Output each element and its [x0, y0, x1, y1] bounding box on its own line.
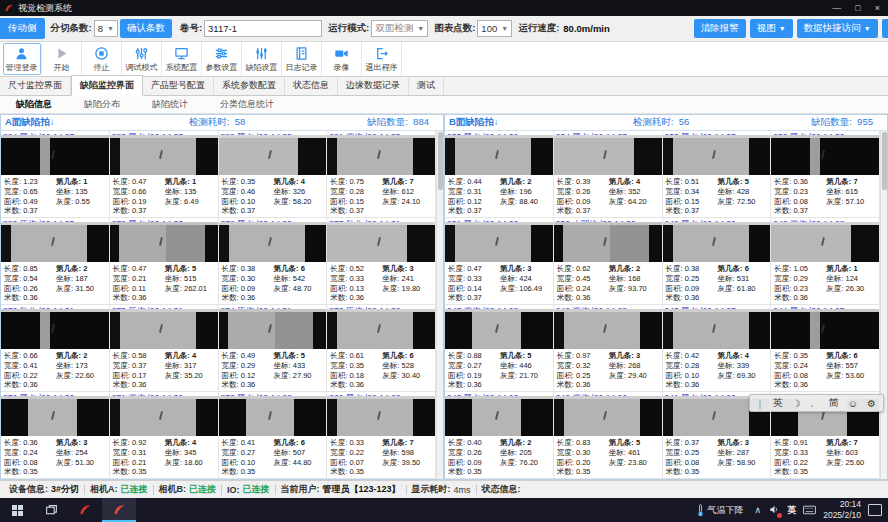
- close-button[interactable]: ×: [875, 3, 880, 13]
- defect-thumbnail[interactable]: [445, 222, 553, 262]
- tab-0[interactable]: 尺寸监控界面: [0, 76, 71, 95]
- tab-4[interactable]: 状态信息: [285, 76, 338, 95]
- defect-thumbnail[interactable]: [327, 396, 435, 436]
- defect-thumbnail[interactable]: [219, 222, 327, 262]
- tab-2[interactable]: 产品型号配置: [143, 76, 214, 95]
- defect-thumbnail[interactable]: [554, 222, 662, 262]
- slit-count-select[interactable]: 8▼: [94, 20, 118, 37]
- defect-thumbnail[interactable]: [1, 222, 109, 262]
- view-menu-button[interactable]: 视图▼: [750, 19, 793, 38]
- defect-thumbnail[interactable]: [445, 135, 553, 175]
- defect-thumbnail[interactable]: [219, 309, 327, 349]
- defect-thumbnail[interactable]: [219, 396, 327, 436]
- defect-thumbnail[interactable]: [554, 135, 662, 175]
- defect-cell-954[interactable]: 954 黑点 |20:14:37长度: 0.39第几条: 4宽度: 0.26坐标…: [554, 131, 663, 218]
- scrollbar-thumb[interactable]: [882, 132, 887, 190]
- roll-number-input[interactable]: [204, 20, 322, 37]
- taskbar-app-2-active[interactable]: [102, 498, 136, 522]
- defect-thumbnail[interactable]: [771, 309, 879, 349]
- toolbar-button-play[interactable]: 开始: [42, 42, 82, 76]
- drive-side-button[interactable]: 传动侧: [0, 18, 45, 39]
- defect-cell-873[interactable]: 873 压伤 |20:14:30长度: 0.61第几条: 6宽度: 0.35坐标…: [327, 305, 436, 392]
- chart-points-select[interactable]: 100▼: [477, 20, 512, 37]
- defect-cell-877[interactable]: 877 氧化 |20:14:31长度: 0.52第几条: 3宽度: 0.33坐标…: [327, 218, 436, 305]
- ime-drag-handle[interactable]: ❘: [755, 398, 763, 409]
- defect-thumbnail[interactable]: [663, 309, 771, 349]
- tab-1[interactable]: 缺陷监控界面: [71, 75, 143, 96]
- maximize-button[interactable]: □: [855, 3, 860, 13]
- subtab-1[interactable]: 缺陷分布: [68, 96, 136, 113]
- toolbar-button-exit[interactable]: 退出程序: [362, 42, 402, 76]
- ime-item-2[interactable]: 、: [810, 396, 820, 410]
- panel-title[interactable]: A面缺陷拍↓: [1, 116, 146, 129]
- defect-cell-949[interactable]: 949 黑点 |20:14:30长度: 0.38第几条: 6宽度: 0.25坐标…: [663, 218, 772, 305]
- volume-icon[interactable]: [768, 504, 780, 517]
- ime-language-indicator[interactable]: 英: [787, 504, 796, 517]
- defect-thumbnail[interactable]: [445, 396, 553, 436]
- ime-item-0[interactable]: 英: [773, 396, 783, 410]
- subtab-0[interactable]: 缺陷信息: [0, 96, 68, 113]
- ime-item-4[interactable]: ☺: [848, 398, 858, 409]
- toolbar-button-system[interactable]: 系统配置: [162, 42, 202, 76]
- toolbar-button-stop[interactable]: 停止: [82, 42, 122, 76]
- task-view-button[interactable]: [34, 498, 68, 522]
- defect-thumbnail[interactable]: [219, 135, 327, 175]
- defect-cell-944[interactable]: 944 黑点 |20:14:27长度: 0.35第几条: 6宽度: 0.24坐标…: [771, 305, 880, 392]
- defect-cell-947[interactable]: 947 擦伤 |20:14:28长度: 0.88第几条: 5宽度: 0.27坐标…: [445, 305, 554, 392]
- toolbar-button-debug[interactable]: 调试模式: [122, 42, 162, 76]
- defect-thumbnail[interactable]: [110, 135, 218, 175]
- defect-cell-952[interactable]: 952 黑点 |20:14:36长度: 0.36第几条: 7宽度: 0.23坐标…: [771, 131, 880, 218]
- defect-thumbnail[interactable]: [663, 135, 771, 175]
- defect-cell-876[interactable]: 876 氧化 |20:14:31长度: 0.66第几条: 2宽度: 0.41坐标…: [1, 305, 110, 392]
- ime-item-3[interactable]: 简: [829, 396, 839, 410]
- defect-cell-953[interactable]: 953 黑点 |20:14:37长度: 0.51第几条: 5宽度: 0.34坐标…: [663, 131, 772, 218]
- defect-thumbnail[interactable]: [327, 222, 435, 262]
- run-mode-select[interactable]: 双面检测▼: [371, 20, 428, 37]
- defect-cell-950[interactable]: 950 小凹坑 |20:14:32长度: 0.62第几条: 2宽度: 0.45坐…: [554, 218, 663, 305]
- defect-cell-878[interactable]: 878 黑点 |20:14:32长度: 0.38第几条: 6宽度: 0.30坐标…: [219, 218, 328, 305]
- defect-cell-955[interactable]: 955 黑点 |20:14:39长度: 0.44第几条: 2宽度: 0.31坐标…: [445, 131, 554, 218]
- defect-cell-869[interactable]: 869 黑点 |20:14:28长度: 0.33第几条: 7宽度: 0.22坐标…: [327, 392, 436, 479]
- defect-thumbnail[interactable]: [663, 222, 771, 262]
- toolbar-button-defect[interactable]: 缺陷设置: [242, 42, 282, 76]
- defect-thumbnail[interactable]: [327, 135, 435, 175]
- subtab-2[interactable]: 缺陷统计: [136, 96, 204, 113]
- toolbar-button-params[interactable]: 参数设置: [202, 42, 242, 76]
- tab-3[interactable]: 系统参数配置: [214, 76, 285, 95]
- defect-thumbnail[interactable]: [554, 396, 662, 436]
- defect-cell-882[interactable]: 882 黑点 |20:14:35长度: 0.35第几条: 4宽度: 0.46坐标…: [219, 131, 328, 218]
- defect-cell-883[interactable]: 883 黑点 |20:14:37长度: 0.47第几条: 1宽度: 0.66坐标…: [110, 131, 219, 218]
- defect-cell-884[interactable]: 884 黑点 |20:14:37长度: 1.23第几条: 1宽度: 0.65坐标…: [1, 131, 110, 218]
- defect-thumbnail[interactable]: [110, 309, 218, 349]
- ime-item-5[interactable]: ⚙: [867, 398, 876, 409]
- clear-alarm-button[interactable]: 清除报警: [694, 19, 746, 38]
- defect-cell-942[interactable]: 942 擦伤 |20:14:26长度: 0.83第几条: 5宽度: 0.30坐标…: [554, 392, 663, 479]
- defect-cell-945[interactable]: 945 黑点 |20:14:27长度: 0.42第几条: 4宽度: 0.28坐标…: [663, 305, 772, 392]
- defect-cell-948[interactable]: 948 擦伤 |20:14:28长度: 1.05第几条: 1宽度: 0.29坐标…: [771, 218, 880, 305]
- defect-cell-951[interactable]: 951 黑点 |20:14:36长度: 0.47第几条: 3宽度: 0.33坐标…: [445, 218, 554, 305]
- defect-thumbnail[interactable]: [110, 396, 218, 436]
- data-access-menu-button[interactable]: 数据快捷访问▼: [797, 19, 878, 38]
- scrollbar-thumb[interactable]: [438, 132, 443, 190]
- touch-keyboard-icon[interactable]: [803, 505, 816, 515]
- defect-thumbnail[interactable]: [445, 309, 553, 349]
- defect-cell-946[interactable]: 946 擦伤 |20:14:28长度: 0.97第几条: 3宽度: 0.32坐标…: [554, 305, 663, 392]
- defect-cell-879[interactable]: 879 黑点 |20:14:33长度: 0.47第几条: 5宽度: 0.21坐标…: [110, 218, 219, 305]
- tab-5[interactable]: 边缘数据记录: [338, 76, 409, 95]
- defect-cell-870[interactable]: 870 黑点 |20:14:28长度: 0.41第几条: 6宽度: 0.27坐标…: [219, 392, 328, 479]
- toolbar-button-user[interactable]: 管理登录: [2, 42, 42, 76]
- defect-thumbnail[interactable]: [327, 309, 435, 349]
- toolbar-button-record[interactable]: 录像: [322, 42, 362, 76]
- taskbar-app-1[interactable]: [68, 498, 102, 522]
- help-menu-button[interactable]: 帮助▼: [882, 19, 888, 38]
- defect-cell-874[interactable]: 874 压伤 |20:14:31长度: 0.49第几条: 5宽度: 0.29坐标…: [219, 305, 328, 392]
- panel-scrollbar[interactable]: [436, 131, 443, 479]
- defect-cell-871[interactable]: 871 擦伤 |20:14:30长度: 0.92第几条: 4宽度: 0.31坐标…: [110, 392, 219, 479]
- defect-cell-881[interactable]: 881 擦伤 |20:14:35长度: 0.75第几条: 7宽度: 0.28坐标…: [327, 131, 436, 218]
- tab-6[interactable]: 测试: [409, 76, 444, 95]
- defect-thumbnail[interactable]: [554, 309, 662, 349]
- weather-widget[interactable]: 气温下降: [692, 498, 748, 522]
- defect-thumbnail[interactable]: [1, 396, 109, 436]
- defect-cell-872[interactable]: 872 黑点 |20:14:30长度: 0.36第几条: 3宽度: 0.24坐标…: [1, 392, 110, 479]
- panel-title[interactable]: B面缺陷拍↓: [445, 116, 590, 129]
